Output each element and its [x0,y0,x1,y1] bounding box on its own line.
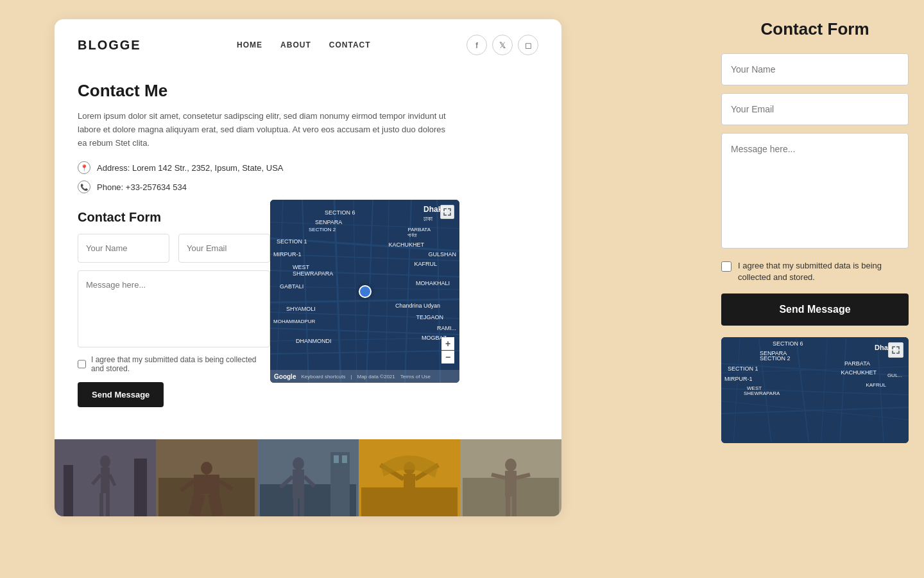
nav-contact[interactable]: CONTACT [329,40,371,49]
svg-rect-32 [134,459,147,516]
inner-map: Dhakaঢাকা SECTION 6 SENPARA SECTION 2 PA… [270,200,459,383]
map-terms-text: Terms of Use [400,374,431,380]
svg-line-8 [821,339,828,442]
social-icons: f 𝕏 ◻ [466,35,538,55]
right-checkbox-row: I agree that my submitted data is being … [721,260,909,283]
svg-point-68 [505,459,517,471]
right-name-input[interactable] [721,53,909,85]
svg-rect-50 [334,455,339,463]
svg-rect-57 [300,498,304,516]
right-message-input[interactable] [721,133,909,249]
map-data-text: Map data ©2021 [357,374,395,380]
right-panel-title: Contact Form [721,19,909,39]
address-text: Address: Lorem 142 Str., 2352, Ipsum, St… [97,163,283,173]
phone-icon: 📞 [78,180,90,193]
svg-line-6 [877,339,884,442]
contact-me-title: Contact Me [78,81,538,101]
gallery-item-5 [460,439,561,516]
gallery-item-2 [156,439,257,516]
brand-logo: BLOGGE [78,38,141,53]
twitter-icon[interactable]: 𝕏 [492,35,513,55]
inner-form-title: Contact Form [78,210,270,225]
map-zoom-in[interactable]: + [441,337,454,350]
nav-links: HOME ABOUT CONTACT [237,40,370,49]
inner-agree-checkbox[interactable] [78,360,86,369]
svg-line-10 [721,401,909,420]
nav-home[interactable]: HOME [237,40,262,49]
inner-name-input[interactable] [78,234,169,263]
svg-rect-34 [101,468,110,493]
main-area: BLOGGE HOME ABOUT CONTACT f 𝕏 ◻ Contact … [0,0,616,578]
svg-rect-61 [404,474,415,498]
inner-message-input[interactable] [78,270,270,347]
phone-text: Phone: +33-257634 534 [97,182,187,192]
gallery-item-4 [359,439,460,516]
inner-message-field [78,270,270,347]
svg-rect-69 [505,471,517,496]
map-keyboard-shortcuts: Keyboard shortcuts [301,374,345,380]
svg-rect-72 [506,496,510,516]
right-map-expand-icon[interactable] [888,342,903,358]
svg-rect-42 [194,475,219,494]
facebook-icon[interactable]: f [466,35,487,55]
right-agree-label: I agree that my submitted data is being … [738,260,909,283]
svg-rect-37 [99,493,103,516]
svg-line-7 [733,339,740,442]
map-zoom-controls: + − [441,337,454,363]
inner-send-button[interactable]: Send Message [78,382,164,407]
svg-rect-56 [293,498,298,516]
inner-form-section: Contact Form I agree that my submitted d… [78,200,270,407]
right-send-button[interactable]: Send Message [721,293,909,326]
svg-rect-51 [342,455,347,463]
right-contact-panel: Contact Form I agree that my submitted d… [706,0,924,578]
gallery-item-3 [257,439,359,516]
instagram-icon[interactable]: ◻ [518,35,538,55]
svg-line-5 [840,339,846,442]
inner-map-expand-icon[interactable] [440,205,454,219]
inner-checkbox-row: I agree that my submitted data is being … [78,355,270,373]
card-header: BLOGGE HOME ABOUT CONTACT f 𝕏 ◻ [55,19,561,68]
card-content: Contact Me Lorem ipsum dolor sit amet, c… [55,68,561,426]
form-map-row: Contact Form I agree that my submitted d… [78,200,538,407]
nav-about[interactable]: ABOUT [280,40,311,49]
location-icon: 📍 [78,161,90,174]
svg-rect-65 [411,498,415,516]
map-zoom-out[interactable]: − [441,351,454,363]
svg-rect-38 [106,493,110,516]
svg-line-4 [796,339,809,442]
blog-card: BLOGGE HOME ABOUT CONTACT f 𝕏 ◻ Contact … [55,19,561,516]
svg-point-41 [201,462,212,475]
right-map-thumbnail: Dhaka SECTION 6 SENPARA SECTION 2 PARBAT… [721,337,909,443]
phone-row: 📞 Phone: +33-257634 534 [78,180,538,193]
svg-rect-73 [512,496,517,516]
gallery-strip [55,439,561,516]
inner-agree-label: I agree that my submitted data is being … [91,355,270,373]
inner-email-input[interactable] [178,234,270,263]
svg-point-52 [293,457,304,470]
right-agree-checkbox[interactable] [721,261,732,272]
svg-rect-31 [64,465,73,516]
contact-description: Lorem ipsum dolor sit amet, consetetur s… [78,110,450,150]
inner-form-name-email-row [78,234,270,263]
gallery-item-1 [55,439,156,516]
svg-rect-64 [404,498,409,516]
address-row: 📍 Address: Lorem 142 Str., 2352, Ipsum, … [78,161,538,174]
right-email-input[interactable] [721,93,909,125]
svg-point-33 [100,455,110,468]
svg-rect-53 [293,469,304,498]
